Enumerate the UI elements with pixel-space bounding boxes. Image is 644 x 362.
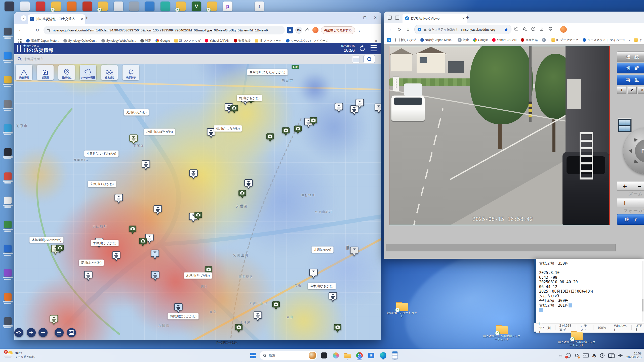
bookmark-item[interactable]: IE ブックマーク xyxy=(255,39,282,43)
page-scroll-strip[interactable] xyxy=(386,244,616,251)
play-button[interactable]: 再 生 xyxy=(617,75,644,85)
favorite-star-icon[interactable] xyxy=(504,27,508,31)
water-level-marker-blue[interactable] xyxy=(174,303,183,314)
extensions-puzzle-icon[interactable] xyxy=(305,28,309,32)
copilot-icon[interactable] xyxy=(331,350,341,360)
close-button[interactable]: ✕ xyxy=(372,15,379,20)
bookmarks-chevron-icon[interactable]: › xyxy=(629,38,630,42)
tab-dvr-viewer[interactable]: e DVR ActiveX Viewer ✕ xyxy=(403,14,467,23)
desktop-icon[interactable]: ✓ xyxy=(98,2,108,11)
vertical-tabs-icon[interactable] xyxy=(395,16,399,20)
tab-close-icon[interactable]: ✕ xyxy=(80,17,83,21)
camera-marker[interactable] xyxy=(194,212,202,221)
desktop-icon[interactable] xyxy=(3,28,13,39)
camera-marker[interactable] xyxy=(230,105,238,114)
camera-marker[interactable] xyxy=(129,225,136,235)
water-level-marker-gray[interactable] xyxy=(350,247,358,258)
water-level-marker[interactable] xyxy=(189,169,198,180)
water-level-marker[interactable] xyxy=(84,271,93,282)
tool-button-gear[interactable]: 表示切替 xyxy=(123,65,139,80)
channel-button-1[interactable]: 1 xyxy=(617,86,626,94)
desktop-icon[interactable]: ✓ xyxy=(176,2,186,11)
camera-marker[interactable] xyxy=(310,117,317,127)
start-button[interactable] xyxy=(248,350,258,360)
desktop-icon[interactable] xyxy=(3,124,13,135)
browser-essentials-icon[interactable] xyxy=(548,27,553,32)
camera-marker[interactable] xyxy=(266,133,274,143)
zoom-out-button[interactable] xyxy=(38,328,48,337)
bookmark-item[interactable]: 設定 xyxy=(458,38,469,42)
extension-timer-icon[interactable]: 13s xyxy=(295,27,302,34)
bookmark-item[interactable]: Synology QuickCon... xyxy=(63,39,97,42)
desktop-icon[interactable] xyxy=(129,2,139,11)
reload-icon[interactable]: ⟳ xyxy=(33,28,42,33)
touch-keyboard-icon[interactable] xyxy=(583,353,589,357)
ptz-arrow-icon[interactable] xyxy=(629,149,632,153)
bookmark-item[interactable]: ソースネクスト マイページ xyxy=(286,39,329,43)
forward-icon[interactable]: → xyxy=(25,28,33,33)
desktop-icon[interactable] xyxy=(3,317,13,328)
desktop-icon[interactable] xyxy=(3,172,13,184)
chrome-menu-icon[interactable]: ⋮ xyxy=(357,28,361,32)
bookmark-item[interactable]: 気象庁 Japan Mete... xyxy=(26,39,59,43)
chrome-icon[interactable] xyxy=(354,350,365,360)
camera-marker[interactable] xyxy=(294,125,302,135)
camera-marker[interactable] xyxy=(56,245,64,254)
water-level-marker-blue[interactable] xyxy=(151,250,159,261)
camera-marker[interactable] xyxy=(235,324,243,334)
water-level-marker-blue[interactable] xyxy=(151,271,159,282)
tool-button-station[interactable]: 観測所 xyxy=(37,65,54,80)
water-level-marker[interactable] xyxy=(335,103,343,114)
desktop-icon[interactable] xyxy=(3,76,13,87)
apps-grid-icon[interactable] xyxy=(18,39,22,43)
tool-button-rain[interactable]: レーダー雨量 xyxy=(80,65,96,80)
address-bar[interactable]: e セキュリティ保護なし sinsenyasai.nsddns.org xyxy=(414,25,511,34)
bookmark-item[interactable]: Yahoo! JAPAN xyxy=(205,39,229,42)
desktop-icon[interactable] xyxy=(145,2,154,11)
camera-marker[interactable] xyxy=(282,127,290,137)
desktop-icon[interactable]: ✓ xyxy=(207,2,217,11)
basemap-button[interactable] xyxy=(67,328,76,337)
water-level-marker[interactable] xyxy=(375,104,381,115)
back-icon[interactable]: ← xyxy=(16,28,25,33)
tab-kawabou[interactable]: 〜 川の防災情報 - 国土交通省 ✕ xyxy=(28,14,85,24)
bookmark-item[interactable]: 設定 xyxy=(140,39,151,43)
bookmark-item[interactable]: Synology Web Assis... xyxy=(101,39,136,42)
water-level-marker[interactable] xyxy=(114,194,123,205)
reload-icon[interactable]: ⟳ xyxy=(395,27,404,32)
bookmark-item[interactable]: 楽天市場 xyxy=(234,39,251,43)
favorites-icon[interactable] xyxy=(522,27,527,32)
desktop-icon[interactable] xyxy=(5,2,14,11)
camera-marker[interactable] xyxy=(272,301,280,311)
desktop-icon[interactable] xyxy=(83,2,92,11)
tray-clock-date[interactable]: 2025/08/15 xyxy=(626,355,641,359)
file-explorer-icon[interactable] xyxy=(343,350,353,360)
desktop-icon[interactable] xyxy=(20,2,30,11)
desktop-app-icon-p[interactable]: p xyxy=(223,2,232,11)
camera-marker[interactable] xyxy=(238,190,246,199)
river-label[interactable]: 井川(いかわ) xyxy=(312,247,334,253)
desktop-icon[interactable] xyxy=(3,52,13,63)
water-level-marker-green[interactable] xyxy=(129,134,138,146)
ptz-arrow-icon[interactable] xyxy=(632,159,638,165)
tab-actions-icon[interactable] xyxy=(388,16,392,20)
zoom-control[interactable]: ＋－ xyxy=(617,182,644,191)
ptz-center[interactable]: PTZ xyxy=(635,139,644,162)
river-label[interactable]: 小泉川(こいずみがわ) xyxy=(84,151,118,157)
minimize-button[interactable]: — xyxy=(350,15,358,20)
volume-icon[interactable] xyxy=(618,353,623,358)
desktop-icon[interactable] xyxy=(114,2,123,11)
river-label[interactable]: 桂川(かつらがわ) xyxy=(214,125,242,132)
profile-avatar[interactable] xyxy=(312,27,318,33)
tray-chevron-icon[interactable] xyxy=(559,354,562,357)
river-label[interactable]: 名木川(なきがわ) xyxy=(308,283,336,289)
downloads-icon[interactable] xyxy=(540,27,544,32)
calendar-icon[interactable] xyxy=(352,56,359,63)
address-bar[interactable]: river.go.jp/kawabou/mb?zm=14&clat=34.904… xyxy=(44,26,285,34)
extension-kokudo-icon[interactable]: 国 xyxy=(287,27,293,33)
new-tab-button[interactable]: + xyxy=(85,15,88,21)
river-label[interactable]: 宇治川(うじがわ) xyxy=(91,240,118,246)
bookmark-item[interactable]: ソースネクスト マイページ xyxy=(583,38,625,42)
tool-button-warning[interactable]: 発表情報 xyxy=(16,65,32,80)
shortcut-syasinn[interactable]: ✓ syasinn - ショートカット xyxy=(387,302,417,318)
